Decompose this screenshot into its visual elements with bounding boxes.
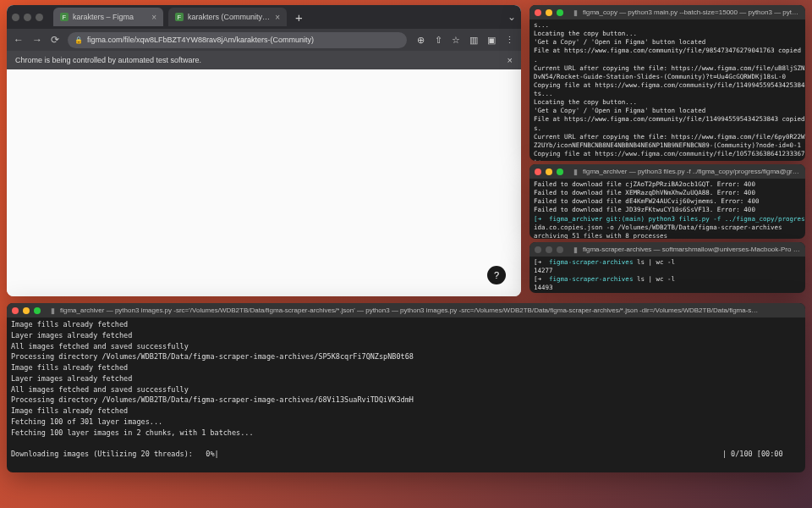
terminal-title: figma_archiver — python3 images.py -src=… [60,306,800,314]
url-input[interactable]: 🔒 figma.com/file/xqw8LFbBZT4YW88rav8jAm/… [68,32,407,48]
url-text: figma.com/file/xqw8LFbBZT4YW88rav8jAm/ka… [87,36,314,44]
browser-tabbar: F karakters – Figma × F karakters (Commu… [7,5,521,29]
close-icon[interactable] [535,246,541,253]
page-body: ? [7,69,521,296]
figma-icon: F [175,13,184,21]
terminal-title: figma_archiver — python3 files.py -f ../… [583,168,800,175]
minimize-icon[interactable] [546,9,552,16]
tab-title: karakters – Figma [73,13,147,21]
toolbar-right: ⊕ ⇧ ☆ ▥ ▣ ⋮ [415,35,514,45]
new-tab-button[interactable]: + [292,10,306,25]
terminal-body[interactable]: Image fills already fetched Layer images… [7,318,805,472]
terminal-title: figma_copy — python3 main.py --batch-siz… [583,8,800,16]
terminal-body[interactable]: s... Locating the copy button... 'Get a … [529,19,805,161]
browser-window: F karakters – Figma × F karakters (Commu… [7,5,521,296]
folder-icon: ▮ [573,168,578,176]
window-traffic-lights[interactable] [12,14,43,21]
chevron-down-icon[interactable]: ⌄ [508,11,516,23]
terminal-titlebar[interactable]: ▮ figma_copy — python3 main.py --batch-s… [529,5,805,19]
terminal-titlebar[interactable]: ▮ figma_archiver — python3 images.py -sr… [7,303,805,318]
extensions-icon[interactable]: ▥ [469,35,479,45]
maximize-icon[interactable] [557,9,563,16]
maximize-icon[interactable] [34,307,41,314]
terminal-titlebar[interactable]: ▮ figma_archiver — python3 files.py -f .… [529,164,805,179]
tab-close-icon[interactable]: × [151,13,156,22]
maximize-icon[interactable] [557,246,563,253]
close-icon[interactable] [12,307,19,314]
lock-icon: 🔒 [74,36,83,44]
tab-karakters[interactable]: F karakters – Figma × [53,8,163,26]
minimize-icon[interactable] [546,168,552,175]
terminal-body[interactable]: Failed to download file cjZAoT2pPRziBA2o… [529,179,805,239]
menu-icon[interactable]: ⋮ [504,35,514,45]
reload-icon[interactable]: ⟳ [51,34,59,46]
maximize-icon[interactable] [36,14,43,21]
terminal-titlebar[interactable]: ▮ figma-scraper-archives — softmarshmall… [529,242,805,257]
folder-icon: ▮ [573,246,578,254]
back-icon[interactable]: ← [14,34,24,46]
help-button[interactable]: ? [487,266,506,284]
minimize-icon[interactable] [546,246,552,253]
translate-icon[interactable]: ⊕ [415,35,425,45]
folder-icon: ▮ [51,306,55,315]
terminal-figma-archiver: ▮ figma_archiver — python3 files.py -f .… [529,164,805,239]
automation-infobar: Chrome is being controlled by automated … [7,51,521,69]
tab-close-icon[interactable]: × [275,13,280,22]
close-icon[interactable] [12,14,19,21]
terminal-scraper-archives: ▮ figma-scraper-archives — softmarshmall… [529,242,805,293]
minimize-icon[interactable] [23,307,30,314]
maximize-icon[interactable] [557,168,563,175]
infobar-close-icon[interactable]: × [508,55,513,65]
figma-icon: F [60,13,69,21]
share-icon[interactable]: ⇧ [433,35,443,45]
close-icon[interactable] [535,9,541,16]
address-bar: ← → ⟳ 🔒 figma.com/file/xqw8LFbBZT4YW88ra… [7,29,521,51]
folder-icon: ▮ [573,8,578,17]
profile-icon[interactable]: ▣ [486,35,497,45]
close-icon[interactable] [535,168,541,175]
terminal-body[interactable]: [➜ figma-scraper-archives ls | wc -l 142… [529,257,805,293]
forward-icon[interactable]: → [32,34,42,46]
minimize-icon[interactable] [24,14,31,21]
terminal-title: figma-scraper-archives — softmarshmallow… [583,246,800,253]
terminal-figma-copy: ▮ figma_copy — python3 main.py --batch-s… [529,5,805,161]
infobar-text: Chrome is being controlled by automated … [15,56,201,64]
tab-title: karakters (Community) – Figm… [188,13,271,21]
bookmark-icon[interactable]: ☆ [451,35,461,45]
tab-karakters-community[interactable]: F karakters (Community) – Figm… × [168,8,287,26]
help-icon: ? [494,270,499,280]
terminal-images-archiver: ▮ figma_archiver — python3 images.py -sr… [7,303,805,472]
